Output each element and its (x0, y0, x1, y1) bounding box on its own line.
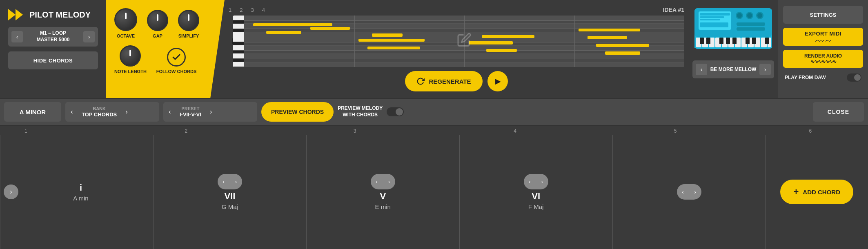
note-length-knob-item: NOTE LENGTH (114, 45, 147, 74)
svg-point-10 (737, 13, 742, 18)
bank-bottom-label: TOP CHORDS (82, 111, 117, 118)
idea-label: IDEA #1 (663, 7, 684, 13)
right-panel: SETTINGS EXPORT MIDI .--.-.-.--.- RENDER… (778, 0, 868, 98)
chord-5-inner: ‹ › (677, 184, 701, 200)
logo-area: PILOT MELODY (8, 7, 91, 22)
chord-slot-5: ‹ › (613, 135, 766, 249)
mood-label: BE MORE MELLOW (707, 67, 759, 72)
preview-melody-row: PREVIEW MELODYWITH CHORDS (338, 105, 404, 118)
follow-chords-toggle[interactable] (167, 48, 186, 67)
chord-slot-2: ‹ › VII G Maj (154, 135, 307, 249)
chord-1-inner: i A min (73, 182, 89, 202)
chord-3-numeral: V (380, 191, 386, 202)
settings-button[interactable]: SETTINGS (783, 6, 863, 24)
chord-slot-1: › i A min (0, 135, 154, 249)
export-midi-button[interactable]: EXPORT MIDI .--.-.-.--.- (783, 28, 863, 46)
preset-label: PRESET I-VII-V-VI (176, 106, 205, 118)
svg-rect-35 (746, 38, 750, 44)
chord-1-right-button[interactable]: › (4, 185, 18, 199)
plus-icon: + (793, 187, 799, 197)
play-button[interactable]: ▶ (487, 71, 508, 91)
bank-label: BANK TOP CHORDS (78, 106, 120, 118)
play-from-daw-label: PLAY FROM DAW (785, 75, 826, 80)
preset-bottom-label: I-VII-V-VI (180, 111, 201, 118)
key-label: A MINOR (20, 109, 46, 116)
loop-prev-button[interactable]: ‹ (11, 31, 23, 42)
key-display: A MINOR (4, 102, 61, 122)
chord-slot-4: ‹ › VI F Maj (460, 135, 613, 249)
bank-top-label: BANK (93, 106, 106, 111)
chord-2-prev-icon: ‹ (218, 178, 230, 185)
chord-3-name: E min (375, 203, 391, 210)
gap-knob[interactable] (147, 10, 168, 31)
svg-rect-36 (752, 38, 756, 44)
chord-2-next-icon: › (230, 178, 242, 185)
chord-3-next-icon: › (383, 178, 395, 185)
preset-top-label: PRESET (181, 106, 199, 111)
chord-2-name: G Maj (222, 203, 238, 210)
render-audio-button[interactable]: RENDER AUDIO ∿∿∿∿∿∿∿ (783, 50, 863, 68)
octave-label: OCTAVE (117, 33, 135, 39)
simplify-knob[interactable] (178, 10, 199, 31)
close-button[interactable]: CLOSE (813, 102, 864, 122)
knob-row-top: OCTAVE GAP SIMPLIFY (114, 8, 212, 39)
svg-rect-34 (732, 38, 737, 44)
app-title-pilot: PILOT MELODY (29, 10, 91, 19)
add-chord-area: + ADD CHORD (766, 180, 868, 204)
add-chord-button[interactable]: + ADD CHORD (780, 180, 853, 204)
chord-4-name: F Maj (528, 203, 544, 210)
synth-illustration (692, 4, 774, 57)
play-from-daw-toggle[interactable] (847, 73, 861, 82)
svg-marker-1 (16, 9, 23, 20)
svg-rect-30 (700, 38, 704, 44)
chord-5-next-icon: › (689, 189, 701, 195)
chord-3-inner: ‹ › V E min (371, 174, 395, 210)
logo-icon (8, 7, 25, 22)
piano-roll-area: 1 2 3 4 IDEA #1 ‹ (225, 0, 688, 98)
svg-rect-6 (700, 16, 724, 18)
loop-next-button[interactable]: › (83, 31, 95, 42)
mood-next-button[interactable]: › (759, 64, 771, 75)
mood-prev-button[interactable]: ‹ (696, 64, 707, 75)
chord-5-prev-icon: ‹ (677, 189, 689, 195)
preview-chords-button[interactable]: PREVIEW CHORDS (261, 102, 334, 122)
bank-next-button[interactable]: › (120, 102, 133, 122)
regenerate-label: REGENERATE (429, 78, 471, 85)
chord-4-nav-button[interactable]: ‹ › (524, 174, 548, 189)
mood-selector: ‹ BE MORE MELLOW › (692, 60, 774, 78)
svg-rect-15 (737, 22, 765, 26)
chord-4-next-icon: › (536, 178, 548, 185)
render-audio-label: RENDER AUDIO (804, 53, 842, 59)
note-length-knob[interactable] (120, 45, 141, 67)
preset-next-button[interactable]: › (205, 102, 218, 122)
edit-icon (457, 33, 472, 50)
preview-melody-toggle[interactable] (387, 107, 404, 116)
chord-2-nav-button[interactable]: ‹ › (218, 174, 242, 189)
export-midi-label: EXPORT MIDI (805, 31, 841, 37)
svg-rect-32 (719, 38, 723, 44)
controls-panel: OCTAVE GAP SIMPLIFY NOTE LENGTH (106, 0, 225, 98)
preset-selector: ‹ PRESET I-VII-V-VI › (163, 102, 257, 122)
left-panel: PILOT MELODY ‹ M1 – LOOPMASTER 5000 › HI… (0, 0, 106, 98)
svg-marker-0 (8, 9, 16, 20)
gap-knob-item: GAP (147, 10, 168, 39)
octave-knob[interactable] (114, 8, 137, 31)
gap-label: GAP (153, 33, 162, 39)
chord-3-prev-icon: ‹ (371, 178, 383, 185)
knob-row-bottom: NOTE LENGTH FOLLOW CHORDS (114, 45, 212, 74)
svg-rect-7 (700, 19, 720, 20)
add-chord-label: ADD CHORD (803, 189, 840, 196)
logo-text: PILOT MELODY (29, 10, 91, 19)
play-from-daw-row: PLAY FROM DAW (783, 72, 863, 83)
bank-prev-button[interactable]: ‹ (65, 102, 78, 122)
preset-prev-button[interactable]: ‹ (163, 102, 176, 122)
follow-chords-label: FOLLOW CHORDS (156, 69, 196, 74)
chord-4-prev-icon: ‹ (524, 178, 536, 185)
chord-3-nav-button[interactable]: ‹ › (371, 174, 395, 189)
regenerate-button[interactable]: REGENERATE (405, 71, 482, 91)
chord-1-numeral: i (80, 182, 82, 193)
hide-chords-button[interactable]: HIDE CHORDS (8, 51, 98, 69)
chord-5-nav-button[interactable]: ‹ › (677, 184, 701, 200)
play-icon: ▶ (495, 77, 501, 86)
waveform-icon: ∿∿∿∿∿∿∿ (810, 59, 836, 64)
